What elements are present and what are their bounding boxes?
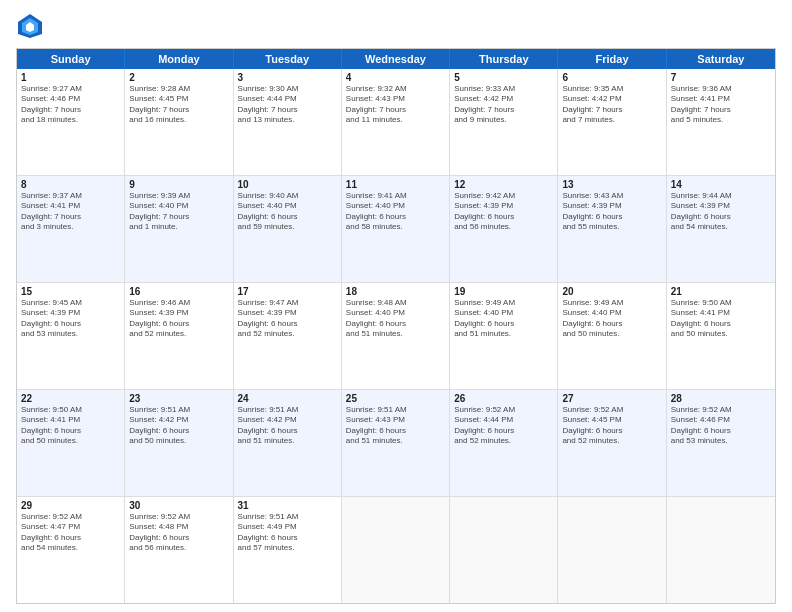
calendar-cell: 20Sunrise: 9:49 AMSunset: 4:40 PMDayligh…: [558, 283, 666, 389]
cell-line: and 11 minutes.: [346, 115, 445, 125]
cell-line: Sunset: 4:39 PM: [562, 201, 661, 211]
day-number: 4: [346, 72, 445, 83]
cell-line: Daylight: 7 hours: [21, 105, 120, 115]
cell-line: Sunrise: 9:33 AM: [454, 84, 553, 94]
cell-line: Sunrise: 9:49 AM: [562, 298, 661, 308]
cell-line: and 51 minutes.: [346, 436, 445, 446]
calendar-cell: 1Sunrise: 9:27 AMSunset: 4:46 PMDaylight…: [17, 69, 125, 175]
cell-line: Sunset: 4:40 PM: [238, 201, 337, 211]
calendar-cell: 23Sunrise: 9:51 AMSunset: 4:42 PMDayligh…: [125, 390, 233, 496]
cell-line: Daylight: 7 hours: [346, 105, 445, 115]
cell-line: and 54 minutes.: [671, 222, 771, 232]
cell-line: Sunrise: 9:43 AM: [562, 191, 661, 201]
day-number: 12: [454, 179, 553, 190]
cell-line: and 3 minutes.: [21, 222, 120, 232]
cell-line: and 53 minutes.: [671, 436, 771, 446]
cell-line: Sunset: 4:40 PM: [454, 308, 553, 318]
cell-line: Sunset: 4:44 PM: [238, 94, 337, 104]
calendar-body: 1Sunrise: 9:27 AMSunset: 4:46 PMDaylight…: [17, 69, 775, 603]
day-number: 11: [346, 179, 445, 190]
day-number: 5: [454, 72, 553, 83]
day-number: 16: [129, 286, 228, 297]
cell-line: Daylight: 7 hours: [671, 105, 771, 115]
cell-line: Daylight: 7 hours: [238, 105, 337, 115]
day-number: 6: [562, 72, 661, 83]
calendar-cell: 12Sunrise: 9:42 AMSunset: 4:39 PMDayligh…: [450, 176, 558, 282]
cell-line: Daylight: 6 hours: [238, 319, 337, 329]
cell-line: Sunrise: 9:30 AM: [238, 84, 337, 94]
cell-line: Daylight: 6 hours: [454, 319, 553, 329]
cell-line: Daylight: 6 hours: [671, 319, 771, 329]
calendar-cell: 14Sunrise: 9:44 AMSunset: 4:39 PMDayligh…: [667, 176, 775, 282]
calendar-cell: 18Sunrise: 9:48 AMSunset: 4:40 PMDayligh…: [342, 283, 450, 389]
cell-line: Sunset: 4:41 PM: [671, 308, 771, 318]
day-number: 23: [129, 393, 228, 404]
cell-line: and 50 minutes.: [129, 436, 228, 446]
calendar-cell: 15Sunrise: 9:45 AMSunset: 4:39 PMDayligh…: [17, 283, 125, 389]
cell-line: Sunrise: 9:52 AM: [129, 512, 228, 522]
cell-line: Sunrise: 9:49 AM: [454, 298, 553, 308]
cell-line: Daylight: 6 hours: [129, 319, 228, 329]
cell-line: and 54 minutes.: [21, 543, 120, 553]
weekday-header: Friday: [558, 49, 666, 69]
calendar-cell: [342, 497, 450, 603]
cell-line: Sunset: 4:42 PM: [454, 94, 553, 104]
calendar-cell: 8Sunrise: 9:37 AMSunset: 4:41 PMDaylight…: [17, 176, 125, 282]
cell-line: Sunset: 4:43 PM: [346, 415, 445, 425]
cell-line: Sunrise: 9:52 AM: [21, 512, 120, 522]
cell-line: Sunset: 4:45 PM: [562, 415, 661, 425]
cell-line: and 52 minutes.: [238, 329, 337, 339]
cell-line: Sunrise: 9:46 AM: [129, 298, 228, 308]
day-number: 10: [238, 179, 337, 190]
calendar-row: 22Sunrise: 9:50 AMSunset: 4:41 PMDayligh…: [17, 389, 775, 496]
cell-line: Sunrise: 9:51 AM: [346, 405, 445, 415]
cell-line: Sunrise: 9:40 AM: [238, 191, 337, 201]
cell-line: Sunrise: 9:27 AM: [21, 84, 120, 94]
cell-line: Sunset: 4:41 PM: [21, 415, 120, 425]
cell-line: Sunrise: 9:41 AM: [346, 191, 445, 201]
calendar-cell: 5Sunrise: 9:33 AMSunset: 4:42 PMDaylight…: [450, 69, 558, 175]
cell-line: Daylight: 6 hours: [346, 212, 445, 222]
cell-line: and 52 minutes.: [129, 329, 228, 339]
cell-line: and 5 minutes.: [671, 115, 771, 125]
cell-line: and 50 minutes.: [671, 329, 771, 339]
cell-line: Sunrise: 9:45 AM: [21, 298, 120, 308]
cell-line: Sunset: 4:39 PM: [21, 308, 120, 318]
calendar-cell: 31Sunrise: 9:51 AMSunset: 4:49 PMDayligh…: [234, 497, 342, 603]
day-number: 15: [21, 286, 120, 297]
cell-line: and 58 minutes.: [346, 222, 445, 232]
cell-line: and 7 minutes.: [562, 115, 661, 125]
cell-line: Sunrise: 9:50 AM: [671, 298, 771, 308]
calendar-cell: 13Sunrise: 9:43 AMSunset: 4:39 PMDayligh…: [558, 176, 666, 282]
cell-line: Daylight: 6 hours: [129, 533, 228, 543]
cell-line: Daylight: 6 hours: [454, 426, 553, 436]
calendar-row: 1Sunrise: 9:27 AMSunset: 4:46 PMDaylight…: [17, 69, 775, 175]
cell-line: Daylight: 6 hours: [238, 426, 337, 436]
cell-line: and 50 minutes.: [562, 329, 661, 339]
calendar-cell: 24Sunrise: 9:51 AMSunset: 4:42 PMDayligh…: [234, 390, 342, 496]
calendar-cell: 29Sunrise: 9:52 AMSunset: 4:47 PMDayligh…: [17, 497, 125, 603]
cell-line: Sunrise: 9:39 AM: [129, 191, 228, 201]
cell-line: Daylight: 7 hours: [129, 212, 228, 222]
logo: [16, 12, 48, 40]
day-number: 13: [562, 179, 661, 190]
cell-line: Sunrise: 9:52 AM: [562, 405, 661, 415]
cell-line: Sunset: 4:39 PM: [238, 308, 337, 318]
day-number: 28: [671, 393, 771, 404]
cell-line: Sunrise: 9:51 AM: [129, 405, 228, 415]
cell-line: Sunset: 4:40 PM: [129, 201, 228, 211]
calendar-cell: 6Sunrise: 9:35 AMSunset: 4:42 PMDaylight…: [558, 69, 666, 175]
cell-line: Sunset: 4:41 PM: [671, 94, 771, 104]
cell-line: Sunset: 4:40 PM: [346, 201, 445, 211]
cell-line: Sunrise: 9:35 AM: [562, 84, 661, 94]
header: [16, 12, 776, 40]
calendar-cell: 19Sunrise: 9:49 AMSunset: 4:40 PMDayligh…: [450, 283, 558, 389]
cell-line: Daylight: 7 hours: [562, 105, 661, 115]
cell-line: and 56 minutes.: [129, 543, 228, 553]
cell-line: Daylight: 7 hours: [454, 105, 553, 115]
calendar-cell: 28Sunrise: 9:52 AMSunset: 4:46 PMDayligh…: [667, 390, 775, 496]
cell-line: Daylight: 6 hours: [562, 212, 661, 222]
cell-line: Daylight: 6 hours: [238, 212, 337, 222]
cell-line: Sunrise: 9:42 AM: [454, 191, 553, 201]
cell-line: and 53 minutes.: [21, 329, 120, 339]
